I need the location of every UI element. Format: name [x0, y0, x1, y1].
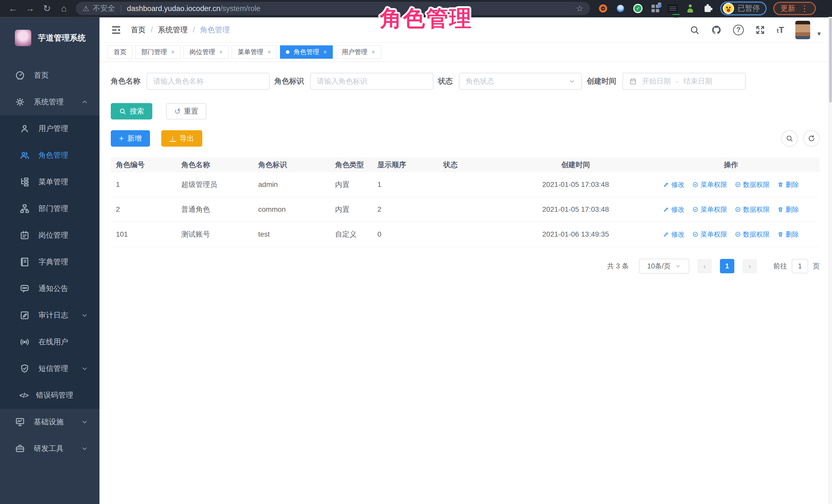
fullscreen-icon[interactable] — [755, 25, 765, 35]
sidebar-item-home[interactable]: 首页 — [0, 62, 100, 89]
tab-user-mgmt[interactable]: 用户管理 × — [336, 45, 381, 59]
data-permission-action[interactable]: 数据权限 — [735, 180, 770, 189]
status-select[interactable]: 角色状态 — [459, 73, 582, 90]
search-button[interactable]: 搜索 — [111, 103, 152, 120]
browser-forward-button[interactable]: → — [22, 1, 38, 16]
edit-action[interactable]: 修改 — [663, 180, 684, 189]
data-permission-action[interactable]: 数据权限 — [735, 205, 770, 214]
sidebar-item-audit-log[interactable]: 审计日志 — [0, 302, 100, 329]
prev-page-button[interactable]: ‹ — [697, 259, 712, 273]
scrollbar-thumb[interactable] — [829, 18, 832, 103]
role-id: 101 — [116, 230, 181, 238]
page-1-button[interactable]: 1 — [720, 259, 734, 273]
page-unit-label: 页 — [813, 262, 820, 271]
recorder-extension-icon[interactable]: on — [668, 4, 678, 13]
pagination: 共 3 条 10条/页 ‹ 1 › 前往 页 — [111, 259, 820, 273]
sidebar-item-sms-mgmt[interactable]: 短信管理 — [0, 355, 100, 382]
person-extension-icon[interactable] — [685, 4, 695, 13]
page-scrollbar[interactable] — [828, 17, 832, 504]
start-date-placeholder[interactable]: 开始日期 — [642, 76, 671, 86]
target-extension-icon[interactable] — [598, 4, 608, 13]
avatar-caret-icon[interactable]: ▾ — [817, 30, 821, 38]
refresh-table-button[interactable] — [803, 130, 820, 147]
puzzle-extensions-icon[interactable] — [703, 4, 712, 13]
breadcrumb-system[interactable]: 系统管理 — [158, 25, 188, 35]
browser-reload-button[interactable]: ↻ — [38, 1, 55, 16]
url-host: dashboard.yudao.iocoder.cn — [127, 4, 220, 13]
delete-action[interactable]: 删除 — [777, 205, 799, 214]
sidebar-item-online-users[interactable]: 在线用户 — [0, 329, 100, 355]
delete-action[interactable]: 删除 — [777, 180, 799, 189]
goto-page-input[interactable] — [792, 259, 808, 273]
tab-menu-mgmt[interactable]: 菜单管理 × — [232, 45, 277, 59]
toggle-search-button[interactable] — [781, 130, 798, 147]
sidebar-item-dev-tools[interactable]: 研发工具 — [0, 435, 100, 462]
circle-check-icon — [692, 231, 698, 237]
date-range-picker[interactable]: 开始日期 - 结束日期 — [623, 73, 746, 90]
sidebar-item-dict-mgmt[interactable]: 字典管理 — [0, 249, 100, 275]
role-sort: 2 — [378, 205, 443, 214]
close-icon[interactable]: × — [323, 49, 327, 56]
tab-role-mgmt[interactable]: 角色管理 × — [280, 45, 333, 59]
close-icon[interactable]: × — [219, 49, 223, 56]
close-icon[interactable]: × — [371, 49, 375, 56]
font-size-icon[interactable]: tT — [777, 25, 784, 35]
github-icon[interactable] — [711, 25, 722, 35]
sidebar-fold-icon[interactable] — [111, 25, 122, 35]
edit-action[interactable]: 修改 — [663, 205, 684, 214]
sidebar-item-dept-mgmt[interactable]: 部门管理 — [0, 195, 100, 222]
end-date-placeholder[interactable]: 结束日期 — [683, 76, 712, 86]
filter-form: 角色名称 角色标识 状态 角色状态 创建时间 开始日期 - — [111, 73, 820, 90]
tab-home[interactable]: 首页 — [108, 45, 132, 59]
role-type: 内置 — [335, 205, 378, 214]
sidebar-item-user-mgmt[interactable]: 用户管理 — [0, 115, 100, 142]
book-icon — [20, 257, 30, 267]
menu-permission-action[interactable]: 菜单权限 — [692, 180, 727, 189]
sidebar-item-infrastructure[interactable]: 基础设施 — [0, 408, 100, 435]
profile-paused-chip[interactable]: 已暂停 — [720, 2, 766, 16]
sidebar-item-menu-mgmt[interactable]: 菜单管理 — [0, 169, 100, 195]
role-key-input[interactable] — [317, 77, 427, 85]
sidebar-item-errcode-mgmt[interactable]: </> 错误码管理 — [0, 382, 100, 408]
created-time: 2021-01-05 17:03:48 — [504, 205, 647, 214]
sidebar-item-system[interactable]: 系统管理 — [0, 89, 100, 115]
search-icon[interactable] — [690, 25, 700, 35]
page-size-select[interactable]: 10条/页 — [639, 259, 689, 273]
org-icon — [20, 204, 30, 214]
export-button[interactable]: ↓ 导出 — [161, 130, 202, 147]
delete-action[interactable]: 删除 — [777, 230, 799, 239]
edit-action[interactable]: 修改 — [663, 230, 684, 239]
sidebar-item-role-mgmt[interactable]: 角色管理 — [0, 142, 100, 169]
data-permission-action[interactable]: 数据权限 — [735, 230, 770, 239]
user-icon — [20, 124, 30, 134]
bulb-extension-icon[interactable] — [616, 4, 625, 13]
browser-back-button[interactable]: ← — [5, 1, 22, 16]
paused-label: 已暂停 — [738, 3, 760, 14]
breadcrumb-home[interactable]: 首页 — [131, 25, 146, 35]
sidebar-item-notice[interactable]: 通知公告 — [0, 275, 100, 302]
browser-home-button[interactable]: ⌂ — [55, 1, 72, 16]
bookmark-star-icon[interactable]: ☆ — [576, 4, 583, 13]
help-icon[interactable]: ? — [733, 25, 744, 35]
grid-extension-icon[interactable]: ◆ — [650, 4, 660, 13]
role-name: 普通角色 — [181, 205, 258, 214]
reset-button[interactable]: ↺ 重置 — [166, 103, 206, 120]
browser-menu-icon[interactable]: ⋮ — [801, 4, 809, 13]
address-bar[interactable]: ⚠ 不安全 dashboard.yudao.iocoder.cn /system… — [76, 2, 590, 15]
security-label[interactable]: 不安全 — [93, 3, 115, 14]
close-icon[interactable]: × — [171, 49, 175, 56]
role-id: 1 — [116, 181, 181, 189]
check-extension-icon[interactable]: ✓ — [633, 4, 643, 13]
tab-dept-mgmt[interactable]: 部门管理 × — [135, 45, 181, 59]
next-page-button[interactable]: › — [743, 259, 757, 273]
browser-update-button[interactable]: 更新 ⋮ — [773, 2, 816, 15]
menu-permission-action[interactable]: 菜单权限 — [692, 205, 727, 214]
user-avatar[interactable] — [795, 21, 810, 39]
close-icon[interactable]: × — [267, 49, 271, 56]
menu-permission-action[interactable]: 菜单权限 — [692, 230, 727, 239]
app-logo-row[interactable]: 芋道管理系统 — [0, 18, 100, 58]
role-name-input[interactable] — [153, 77, 263, 85]
tab-post-mgmt[interactable]: 岗位管理 × — [184, 45, 229, 59]
add-button[interactable]: + 新增 — [111, 130, 150, 147]
sidebar-item-post-mgmt[interactable]: 岗位管理 — [0, 222, 100, 249]
